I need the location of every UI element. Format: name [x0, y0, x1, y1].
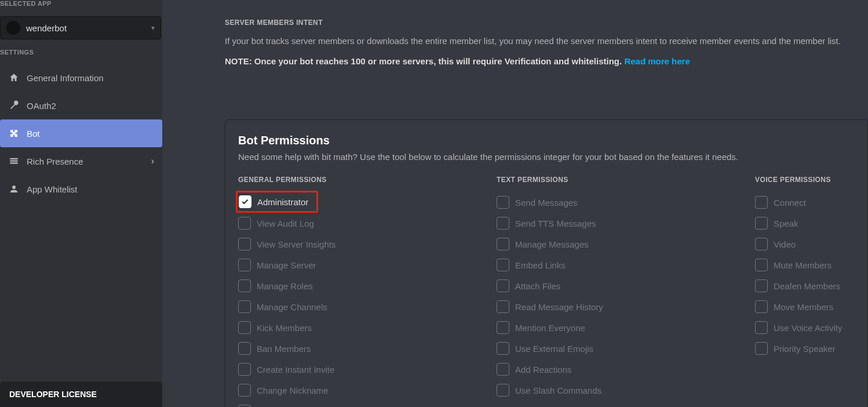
checkbox-icon [497, 259, 509, 271]
perm-use-slash-commands[interactable]: Use Slash Commands [497, 380, 755, 401]
checkbox-icon [497, 342, 509, 355]
perm-label: Deafen Members [774, 281, 840, 291]
read-more-link[interactable]: Read more here [624, 56, 690, 66]
perm-embed-links[interactable]: Embed Links [497, 255, 755, 275]
permissions-title: Bot Permissions [238, 134, 855, 147]
intent-header: SERVER MEMBERS INTENT [225, 19, 868, 27]
bot-permissions-card: Bot Permissions Need some help with bit … [225, 119, 868, 407]
perm-label: Add Reactions [515, 365, 572, 375]
perm-change-nickname[interactable]: Change Nickname [238, 380, 497, 401]
perm-move-members[interactable]: Move Members [755, 296, 868, 317]
nav-label: Bot [27, 129, 40, 139]
perm-manage-channels[interactable]: Manage Channels [238, 296, 497, 317]
checkbox-checked-icon [239, 195, 251, 208]
perm-view-audit-log[interactable]: View Audit Log [238, 213, 497, 234]
permissions-columns: GENERAL PERMISSIONS Administrator View A… [238, 176, 855, 407]
checkbox-icon [755, 342, 768, 355]
nav-rich-presence[interactable]: Rich Presence › [0, 147, 162, 175]
list-icon [8, 155, 20, 167]
perm-use-external-emojis[interactable]: Use External Emojis [497, 338, 755, 359]
text-permissions-column: TEXT PERMISSIONS Send Messages Send TTS … [497, 176, 755, 407]
checkbox-icon [497, 384, 509, 397]
perm-view-server-insights[interactable]: View Server Insights [238, 234, 497, 255]
nav-general-information[interactable]: General Information [0, 64, 162, 92]
perm-manage-nicknames[interactable]: Manage Nicknames [238, 401, 497, 407]
voice-permissions-column: VOICE PERMISSIONS Connect Speak Video Mu… [755, 176, 868, 407]
checkbox-icon [755, 259, 768, 271]
permissions-description: Need some help with bit math? Use the to… [238, 152, 855, 162]
perm-speak[interactable]: Speak [755, 213, 868, 234]
person-icon [8, 183, 20, 195]
perm-label: Change Nickname [257, 386, 328, 395]
perm-attach-files[interactable]: Attach Files [497, 275, 755, 296]
checkbox-icon [238, 384, 251, 397]
developer-license-card[interactable]: DEVELOPER LICENSE [0, 381, 162, 407]
checkbox-icon [497, 238, 509, 250]
checkbox-icon [755, 196, 768, 209]
intent-note-text: NOTE: Once your bot reaches 100 or more … [225, 56, 624, 66]
checkbox-icon [238, 405, 251, 407]
home-icon [8, 72, 20, 83]
perm-label: Manage Messages [515, 239, 589, 249]
perm-connect[interactable]: Connect [755, 192, 868, 213]
perm-read-message-history[interactable]: Read Message History [497, 296, 755, 317]
perm-label: Use Slash Commands [515, 386, 601, 395]
app-avatar [6, 21, 20, 35]
perm-label: Mention Everyone [515, 323, 585, 333]
intent-note: NOTE: Once your bot reaches 100 or more … [225, 55, 868, 67]
nav-oauth2[interactable]: OAuth2 [0, 92, 162, 119]
checkbox-icon [497, 196, 509, 209]
checkbox-icon [755, 238, 768, 250]
perm-manage-server[interactable]: Manage Server [238, 255, 497, 275]
perm-label: Send TTS Messages [515, 219, 596, 228]
checkbox-icon [238, 279, 251, 292]
checkbox-icon [238, 238, 251, 250]
voice-permissions-header: VOICE PERMISSIONS [755, 176, 868, 184]
nav-label: OAuth2 [27, 101, 56, 111]
checkbox-icon [755, 279, 768, 292]
perm-mention-everyone[interactable]: Mention Everyone [497, 317, 755, 338]
checkbox-icon [497, 279, 509, 292]
checkbox-icon [238, 217, 251, 230]
perm-video[interactable]: Video [755, 234, 868, 255]
checkbox-icon [238, 259, 251, 271]
checkbox-icon [497, 321, 509, 334]
chevron-down-icon: ▾ [151, 24, 155, 32]
perm-label: View Server Insights [257, 239, 335, 249]
perm-manage-roles[interactable]: Manage Roles [238, 275, 497, 296]
nav-app-whitelist[interactable]: App Whitelist [0, 175, 162, 203]
perm-send-tts-messages[interactable]: Send TTS Messages [497, 213, 755, 234]
perm-label: Video [774, 239, 796, 249]
nav-bot[interactable]: Bot [0, 119, 162, 147]
perm-ban-members[interactable]: Ban Members [238, 338, 497, 359]
perm-manage-messages[interactable]: Manage Messages [497, 234, 755, 255]
checkbox-icon [238, 321, 251, 334]
perm-add-reactions[interactable]: Add Reactions [497, 359, 755, 380]
app-select[interactable]: wenderbot ▾ [0, 16, 161, 39]
perm-use-voice-activity[interactable]: Use Voice Activity [755, 317, 868, 338]
perm-label: Manage Server [257, 260, 316, 270]
settings-nav: General Information OAuth2 Bot Rich Pres… [0, 60, 162, 203]
checkbox-icon [755, 300, 768, 313]
perm-create-instant-invite[interactable]: Create Instant Invite [238, 359, 497, 380]
puzzle-icon [8, 128, 20, 139]
perm-kick-members[interactable]: Kick Members [238, 317, 497, 338]
perm-administrator[interactable]: Administrator [238, 192, 497, 213]
perm-label: Manage Roles [257, 281, 313, 291]
app-select-wrap: wenderbot ▾ [0, 12, 162, 49]
checkbox-icon [238, 342, 251, 355]
perm-label: Send Messages [515, 198, 578, 208]
perm-deafen-members[interactable]: Deafen Members [755, 275, 868, 296]
perm-label: Speak [774, 219, 798, 228]
checkbox-icon [238, 363, 251, 376]
sidebar: SELECTED APP wenderbot ▾ SETTINGS Genera… [0, 0, 162, 407]
app-name: wenderbot [26, 23, 67, 33]
perm-label: Connect [774, 198, 806, 208]
perm-label: Read Message History [515, 302, 603, 312]
perm-send-messages[interactable]: Send Messages [497, 192, 755, 213]
chevron-right-icon: › [151, 156, 154, 166]
general-permissions-header: GENERAL PERMISSIONS [238, 176, 497, 184]
perm-mute-members[interactable]: Mute Members [755, 255, 868, 275]
perm-label: Manage Channels [257, 302, 327, 312]
perm-priority-speaker[interactable]: Priority Speaker [755, 338, 868, 359]
